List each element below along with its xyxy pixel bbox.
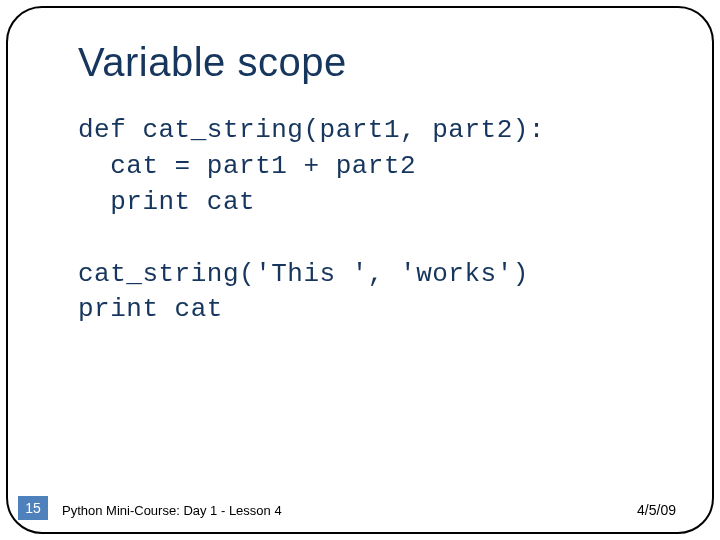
footer-date: 4/5/09 (637, 502, 676, 518)
footer-course-label: Python Mini-Course: Day 1 - Lesson 4 (62, 503, 282, 518)
slide-title: Variable scope (78, 40, 680, 85)
slide-content: Variable scope def cat_string(part1, par… (78, 40, 680, 328)
slide-number-badge: 15 (18, 496, 48, 520)
code-block: def cat_string(part1, part2): cat = part… (78, 113, 680, 328)
